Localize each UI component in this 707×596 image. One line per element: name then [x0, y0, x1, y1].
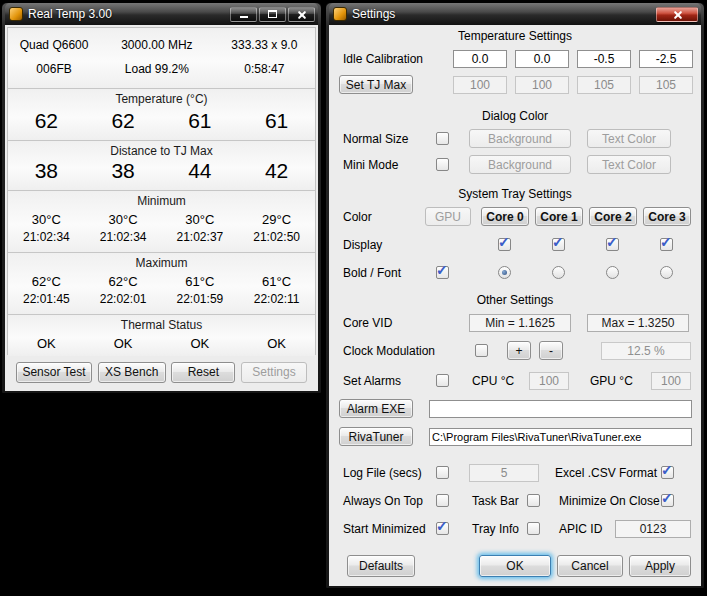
settings-app-icon: [333, 7, 347, 21]
excel-csv-label: Excel .CSV Format: [555, 463, 657, 483]
cpu-load: Load 99.2%: [100, 62, 214, 76]
minimum-temp-core2: 30°C: [162, 212, 239, 227]
idle-calibration-input-2[interactable]: [577, 50, 631, 68]
set-alarms-checkbox[interactable]: [436, 374, 449, 387]
core1-button[interactable]: Core 1: [535, 207, 583, 226]
display-checkbox-core2[interactable]: [606, 238, 619, 251]
excel-csv-checkbox[interactable]: [661, 466, 674, 479]
tray-color-row: Color GPU Core 0 Core 1 Core 2 Core 3: [329, 207, 701, 227]
core2-button[interactable]: Core 2: [589, 207, 637, 226]
always-on-top-checkbox[interactable]: [436, 494, 449, 507]
reset-button[interactable]: Reset: [171, 362, 235, 383]
minimum-temp-core3: 29°C: [238, 212, 315, 227]
idle-calibration-input-0[interactable]: [453, 50, 507, 68]
clock-modulation-checkbox[interactable]: [475, 344, 488, 357]
core-vid-row: Core VID Min = 1.1625 Max = 1.3250: [329, 313, 701, 333]
settings-window: Settings Temperature Settings Idle Calib…: [325, 2, 705, 589]
rivatuner-button[interactable]: RivaTuner: [339, 427, 413, 446]
minimum-temp-core0: 30°C: [8, 212, 85, 227]
cpu-info-section: Quad Q6600 3000.00 MHz 333.33 x 9.0 006F…: [8, 28, 315, 88]
display-checkbox-core3[interactable]: [660, 238, 673, 251]
tray-display-label: Display: [343, 235, 382, 255]
alarm-exe-path-input[interactable]: [429, 400, 692, 418]
start-minimized-checkbox[interactable]: [436, 522, 449, 535]
modulation-minus-button[interactable]: -: [539, 341, 563, 360]
temperature-core3: 61: [238, 109, 315, 133]
close-button[interactable]: [288, 7, 315, 22]
settings-titlebar[interactable]: Settings: [329, 3, 701, 25]
minimize-on-close-checkbox[interactable]: [661, 494, 674, 507]
maximum-temp-core3: 61°C: [238, 274, 315, 289]
sensor-test-button[interactable]: Sensor Test: [16, 362, 92, 383]
mini-mode-label: Mini Mode: [343, 155, 398, 175]
rivatuner-path-input[interactable]: [429, 428, 692, 446]
thermal-status-values: OK OK OK OK: [8, 336, 315, 351]
cancel-button[interactable]: Cancel: [557, 555, 623, 577]
maximum-temp-core1: 62°C: [85, 274, 162, 289]
idle-calibration-row: Idle Calibration: [329, 49, 701, 69]
minimum-time-core1: 21:02:34: [85, 230, 162, 244]
maximize-button[interactable]: [259, 7, 286, 22]
normal-size-checkbox[interactable]: [436, 132, 449, 145]
readings-panel: Quad Q6600 3000.00 MHz 333.33 x 9.0 006F…: [7, 27, 316, 355]
system-tray-header: System Tray Settings: [329, 187, 701, 201]
cpu-fsb-multiplier: 333.33 x 9.0: [214, 38, 315, 52]
font-radio-core3[interactable]: [660, 266, 673, 279]
cpu-frequency: 3000.00 MHz: [100, 38, 214, 52]
maximum-temp-core2: 61°C: [162, 274, 239, 289]
modulation-plus-button[interactable]: +: [507, 341, 531, 360]
apply-button[interactable]: Apply: [629, 555, 691, 577]
task-bar-label: Task Bar: [472, 491, 519, 511]
temperature-header: Temperature (°C): [8, 89, 315, 106]
alarm-exe-button[interactable]: Alarm EXE: [339, 399, 413, 418]
distance-header: Distance to TJ Max: [8, 141, 315, 158]
minimum-temps: 30°C 30°C 30°C 29°C: [8, 212, 315, 227]
realtemp-titlebar[interactable]: Real Temp 3.00: [5, 3, 318, 25]
maximum-section: Maximum 62°C 62°C 61°C 61°C 22:01:45 22:…: [8, 252, 315, 314]
log-interval-input: [469, 464, 539, 482]
minimize-icon: [240, 16, 248, 18]
settings-window-title: Settings: [352, 7, 656, 21]
maximum-temp-core0: 62°C: [8, 274, 85, 289]
bold-font-checkbox[interactable]: [436, 266, 449, 279]
distance-core3: 42: [238, 159, 315, 183]
xs-bench-button[interactable]: XS Bench: [98, 362, 166, 383]
vid-min-value: Min = 1.1625: [469, 314, 571, 332]
minimum-header: Minimum: [8, 191, 315, 208]
tray-info-checkbox[interactable]: [527, 522, 540, 535]
core3-button[interactable]: Core 3: [643, 207, 691, 226]
settings-close-button[interactable]: [656, 7, 698, 22]
temperature-core1: 62: [85, 109, 162, 133]
bold-font-row: Bold / Font: [329, 263, 701, 283]
minimum-section: Minimum 30°C 30°C 30°C 29°C 21:02:34 21:…: [8, 190, 315, 252]
cpu-alarm-input: [529, 372, 569, 390]
set-tj-max-button[interactable]: Set TJ Max: [339, 75, 413, 94]
thermal-status-core0: OK: [8, 336, 85, 351]
display-checkbox-core0[interactable]: [498, 238, 511, 251]
defaults-button[interactable]: Defaults: [347, 555, 415, 577]
bold-font-label: Bold / Font: [343, 263, 401, 283]
tray-info-label: Tray Info: [472, 519, 519, 539]
display-checkbox-core1[interactable]: [552, 238, 565, 251]
temperature-values: 62 62 61 61: [8, 109, 315, 133]
font-radio-core0[interactable]: [498, 266, 511, 279]
settings-client-area: Temperature Settings Idle Calibration Se…: [329, 25, 701, 586]
mini-mode-row: Mini Mode Background Text Color: [329, 155, 701, 175]
minimum-time-core2: 21:02:37: [162, 230, 239, 244]
font-radio-core2[interactable]: [606, 266, 619, 279]
tj-max-value-0: [453, 76, 507, 94]
ok-button[interactable]: OK: [479, 555, 551, 577]
close-icon: [297, 10, 306, 19]
minimize-button[interactable]: [230, 7, 257, 22]
mini-mode-checkbox[interactable]: [436, 158, 449, 171]
font-radio-core1[interactable]: [552, 266, 565, 279]
uptime: 0:58:47: [214, 62, 315, 76]
core0-button[interactable]: Core 0: [481, 207, 529, 226]
idle-calibration-input-3[interactable]: [639, 50, 693, 68]
distance-core2: 44: [162, 159, 239, 183]
idle-calibration-input-1[interactable]: [515, 50, 569, 68]
distance-section: Distance to TJ Max 38 38 44 42: [8, 140, 315, 190]
realtemp-client-area: Quad Q6600 3000.00 MHz 333.33 x 9.0 006F…: [5, 25, 318, 391]
task-bar-checkbox[interactable]: [527, 494, 540, 507]
log-file-checkbox[interactable]: [436, 466, 449, 479]
